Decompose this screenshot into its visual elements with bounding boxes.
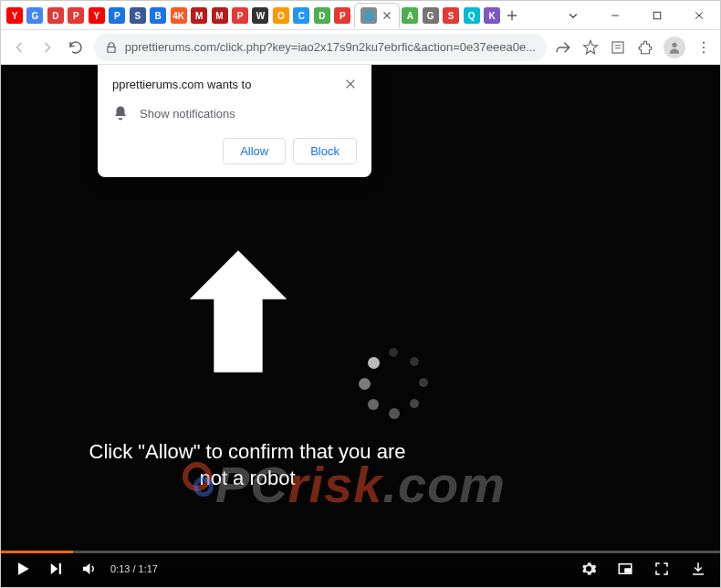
lock-icon xyxy=(105,41,118,54)
tab-favicon[interactable]: K xyxy=(484,7,500,24)
tab-favicon[interactable]: S xyxy=(443,7,459,24)
tab-strip: Y G D P Y P S B 4K M M P W O C D P 🌐 A G… xyxy=(1,3,552,27)
block-button[interactable]: Block xyxy=(293,138,357,164)
arrow-up-icon xyxy=(174,238,302,388)
tab-favicon[interactable]: B xyxy=(150,7,166,24)
url-text: pprettierums.com/click.php?key=iao2x17s9… xyxy=(125,40,536,54)
menu-icon[interactable] xyxy=(695,38,713,57)
chevron-down-icon[interactable] xyxy=(552,1,594,30)
settings-icon[interactable] xyxy=(578,558,600,580)
video-time: 0:13 / 1:17 xyxy=(110,563,158,574)
loading-spinner xyxy=(357,348,430,421)
download-icon[interactable] xyxy=(687,558,709,580)
svg-point-3 xyxy=(703,41,705,43)
pip-icon[interactable] xyxy=(614,558,636,580)
fullscreen-icon[interactable] xyxy=(651,558,673,580)
window-controls xyxy=(552,1,720,30)
allow-button[interactable]: Allow xyxy=(223,138,286,164)
toolbar-actions xyxy=(554,37,713,58)
tab-favicon[interactable]: P xyxy=(232,7,248,24)
share-icon[interactable] xyxy=(554,38,572,57)
tab-favicon[interactable]: G xyxy=(26,7,43,24)
extensions-icon[interactable] xyxy=(636,38,654,57)
bell-icon xyxy=(112,105,129,121)
video-controls: 0:13 / 1:17 xyxy=(1,551,720,587)
svg-point-4 xyxy=(703,46,705,47)
tab-favicon[interactable]: Y xyxy=(89,7,105,24)
tab-favicon[interactable]: M xyxy=(212,7,228,24)
tab-favicon[interactable]: P xyxy=(334,7,350,24)
reload-button[interactable] xyxy=(66,35,87,60)
svg-point-5 xyxy=(703,51,705,53)
tab-favicon[interactable]: S xyxy=(130,7,146,24)
tab-favicon[interactable]: A xyxy=(402,7,418,24)
reading-list-icon[interactable] xyxy=(609,38,627,57)
close-icon[interactable] xyxy=(344,78,357,94)
page-content: pprettierums.com wants to Show notificat… xyxy=(1,65,720,587)
tab-favicon[interactable]: C xyxy=(293,7,309,24)
popup-body-text: Show notifications xyxy=(140,107,235,121)
popup-title: pprettierums.com wants to xyxy=(112,78,251,91)
tab-favicon[interactable]: P xyxy=(109,7,125,24)
svg-point-2 xyxy=(672,42,676,47)
back-button[interactable] xyxy=(8,35,29,60)
bookmark-icon[interactable] xyxy=(581,38,600,57)
active-tab[interactable]: 🌐 xyxy=(354,3,400,27)
svg-rect-7 xyxy=(625,569,630,572)
globe-icon: 🌐 xyxy=(360,7,377,24)
tab-favicon[interactable]: O xyxy=(273,7,289,24)
tab-favicon[interactable]: G xyxy=(423,7,439,24)
tab-favicon[interactable]: D xyxy=(314,7,330,24)
minimize-button[interactable] xyxy=(594,1,636,30)
volume-icon[interactable] xyxy=(78,558,99,580)
tab-favicon[interactable]: D xyxy=(47,7,64,24)
close-window-button[interactable] xyxy=(678,1,720,30)
new-tab-button[interactable] xyxy=(502,5,522,26)
maximize-button[interactable] xyxy=(636,1,678,30)
svg-rect-0 xyxy=(653,12,661,19)
progress-bar[interactable] xyxy=(1,551,720,553)
tab-favicon[interactable]: Y xyxy=(6,7,23,24)
address-bar[interactable]: pprettierums.com/click.php?key=iao2x17s9… xyxy=(94,34,547,61)
tab-favicon[interactable]: P xyxy=(68,7,84,24)
tab-favicon[interactable]: 4K xyxy=(171,7,187,24)
toolbar: pprettierums.com/click.php?key=iao2x17s9… xyxy=(1,30,720,65)
close-tab-icon[interactable] xyxy=(381,9,393,22)
instruction-text: Click "Allow" to confirm that you are no… xyxy=(74,439,421,491)
tab-favicon[interactable]: M xyxy=(191,7,207,24)
notification-permission-popup: pprettierums.com wants to Show notificat… xyxy=(98,65,371,177)
next-button[interactable] xyxy=(45,558,67,580)
play-button[interactable] xyxy=(12,558,34,580)
profile-avatar[interactable] xyxy=(664,37,685,58)
tab-favicon[interactable]: Q xyxy=(464,7,480,24)
tab-favicon[interactable]: W xyxy=(252,7,268,24)
titlebar: Y G D P Y P S B 4K M M P W O C D P 🌐 A G… xyxy=(1,1,720,30)
svg-rect-1 xyxy=(612,42,623,53)
forward-button[interactable] xyxy=(37,35,57,60)
browser-window: Y G D P Y P S B 4K M M P W O C D P 🌐 A G… xyxy=(0,0,721,588)
